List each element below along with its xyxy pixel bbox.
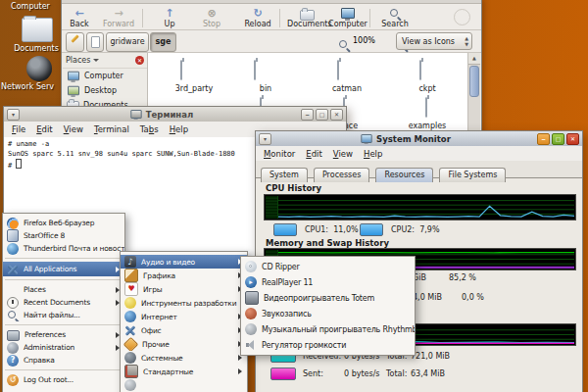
computer-button[interactable]: Computer (328, 7, 368, 31)
stepper-icons: ▲▼ (465, 35, 468, 47)
cpu-history-graph (264, 194, 576, 220)
menu-item-accessories[interactable]: Стандартные (121, 365, 247, 378)
tab-resources[interactable]: Resources (375, 168, 433, 182)
menu-item-realplayer[interactable]: RealPlayer 11 (241, 274, 415, 290)
folder-label[interactable]: bin (234, 84, 297, 93)
reload-icon: ↻ (238, 7, 277, 20)
up-arrow-icon: ↑ (150, 7, 189, 20)
desktop-icon-documents[interactable] (22, 18, 53, 42)
menu-item-development[interactable]: Инструменты разработки (121, 296, 247, 310)
reload-button[interactable]: ↻ Reload (238, 7, 277, 31)
menu-help[interactable]: Help (364, 149, 382, 159)
forward-arrow-icon: → (99, 7, 138, 20)
stop-button: ⊗ Stop (192, 7, 231, 31)
menu-item-administration[interactable]: Administration (3, 341, 124, 354)
swap-fragment: 4,0 MiB (413, 293, 442, 302)
tab-system[interactable]: System (261, 168, 308, 182)
close-icon[interactable]: ✕ (566, 133, 579, 145)
applications-icon (7, 264, 19, 275)
window-menu-icon[interactable]: ▾ (7, 109, 20, 121)
tab-processes[interactable]: Processes (314, 168, 369, 182)
menu-item-places[interactable]: Places (3, 283, 124, 296)
menu-item-system[interactable]: Системные (121, 351, 247, 365)
minimize-icon[interactable]: ‒ (537, 133, 550, 145)
staroffice-icon (7, 229, 19, 242)
menu-item-graphics[interactable]: Графика (121, 269, 247, 282)
menu-item-find-files[interactable]: Найти файлы... (3, 309, 124, 321)
folder-icon-catman[interactable] (337, 60, 339, 80)
root-path-button[interactable] (86, 32, 104, 52)
path-button-sge[interactable]: sge (150, 32, 176, 52)
folder-icon (300, 10, 315, 21)
folder-icon-3rd_party[interactable] (180, 60, 182, 80)
menu-tabs[interactable]: Tabs (140, 124, 159, 134)
minimize-icon[interactable]: ‒ (301, 109, 314, 121)
desktop-icon-computer[interactable]: Computer (0, 2, 61, 11)
folder-icon-ckpt[interactable] (419, 60, 421, 80)
scroll-up-icon[interactable]: ▲ (468, 53, 480, 65)
menu-item-preferences[interactable]: Preferences (3, 328, 124, 341)
preferences-icon (7, 330, 20, 341)
location-bar: gridware sge 100% View as Icons ▲▼ (62, 30, 481, 53)
menu-item-totem[interactable]: Видеопроигрыватель Totem (241, 290, 415, 306)
terminal-titlebar[interactable]: ▾ Терминал ‒ ▢ ✕ (4, 107, 346, 122)
system-monitor-titlebar[interactable]: ▾ System Monitor ‒ ▢ ✕ (256, 131, 582, 147)
folder-icon-bin[interactable] (254, 60, 256, 80)
menu-edit[interactable]: Edit (36, 124, 52, 134)
menu-item-other[interactable]: Прочие (121, 337, 247, 351)
folder-label[interactable]: ckpt (396, 84, 459, 93)
menu-file[interactable]: File (12, 124, 25, 134)
up-button[interactable]: ↑ Up (150, 7, 189, 31)
menu-item-recent-documents[interactable]: Recent Documents (3, 296, 124, 309)
unknown-icon (124, 379, 136, 391)
zoom-out-icon[interactable] (338, 39, 350, 51)
sidebar-item-computer[interactable]: Computer (63, 69, 147, 83)
folder-label[interactable]: catman (316, 84, 378, 93)
close-icon[interactable]: ✕ (330, 109, 343, 121)
system-monitor-title: System Monitor (376, 134, 451, 144)
back-button[interactable]: ← Back (60, 7, 99, 31)
desktop-icon-network-servers[interactable] (26, 56, 52, 81)
clock-icon (7, 297, 19, 309)
menu-item-cd-ripper[interactable]: CD Ripper (241, 259, 415, 274)
menu-item-all-applications[interactable]: All Applications (3, 262, 124, 276)
documents-button[interactable]: Documents (287, 7, 326, 31)
tab-file-systems[interactable]: File Systems (439, 168, 506, 182)
maximize-icon[interactable]: ▢ (552, 133, 564, 145)
edit-location-button[interactable] (66, 32, 84, 52)
menu-view[interactable]: View (333, 149, 353, 159)
menu-help[interactable]: Help (170, 124, 188, 134)
folder-label[interactable]: examples (396, 122, 459, 130)
menu-item-help[interactable]: Справка (3, 354, 124, 367)
sidebar-title[interactable]: Places (66, 56, 90, 65)
close-sidebar-icon[interactable]: ✕ (135, 56, 144, 65)
menu-item-office[interactable]: Офис (121, 323, 247, 337)
menu-item-staroffice[interactable]: StarOffice 8 (3, 229, 124, 242)
menu-item-partial[interactable] (121, 378, 247, 392)
maximize-icon[interactable]: ▢ (316, 109, 328, 121)
view-mode-dropdown[interactable]: View as Icons ▲▼ (396, 32, 472, 50)
menu-item-internet[interactable]: Интернет (121, 310, 247, 323)
menu-item-thunderbird[interactable]: Thunderbird Почта и новости (3, 242, 124, 255)
menu-item-games[interactable]: Игры (121, 282, 247, 296)
menu-edit[interactable]: Edit (306, 149, 321, 159)
window-menu-icon[interactable]: ▾ (259, 133, 271, 145)
menu-item-audio-video[interactable]: Аудио и видео (121, 255, 247, 269)
menu-item-volume[interactable]: Регулятор громкости (241, 337, 415, 353)
search-button[interactable]: Search (375, 7, 415, 31)
menu-monitor[interactable]: Monitor (264, 149, 295, 159)
menu-item-sound-recorder[interactable]: Звукозапись (241, 306, 415, 321)
menu-item-logout[interactable]: Log Out root... (3, 373, 124, 386)
menu-item-firefox[interactable]: Firefox Веб-браузер (3, 217, 124, 229)
folder-label[interactable]: 3rd_party (163, 84, 225, 93)
path-button-gridware[interactable]: gridware (106, 32, 149, 52)
desktop: Computer Documents Network Serv ← Back →… (0, 0, 588, 392)
sidebar-item-desktop[interactable]: Desktop (63, 83, 147, 98)
system-sphere-icon (124, 352, 136, 364)
folder-icon-examples[interactable] (425, 97, 427, 118)
menu-view[interactable]: View (64, 124, 83, 134)
scrollbar-thumb[interactable] (469, 66, 479, 97)
menu-separator (5, 369, 122, 370)
menu-terminal[interactable]: Terminal (94, 124, 129, 134)
menu-item-rhythmbox[interactable]: Музыкальный проигрыватель Rhythmbox (241, 321, 415, 337)
